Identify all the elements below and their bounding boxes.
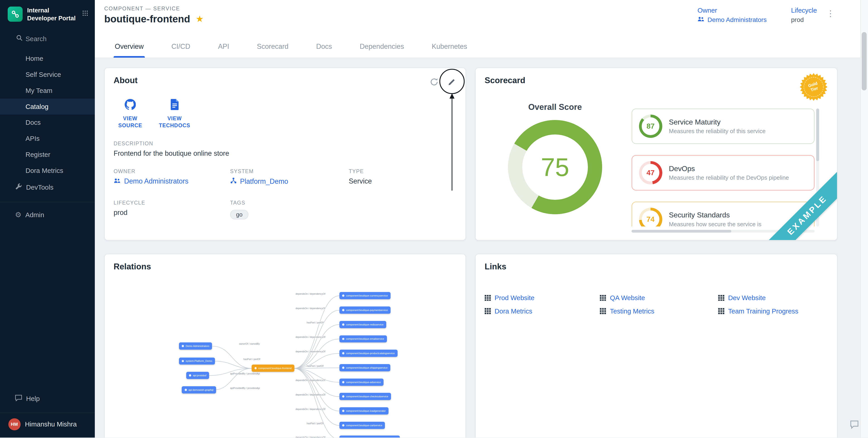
tab-ci-cd[interactable]: CI/CD bbox=[170, 42, 191, 58]
tab-kubernetes[interactable]: Kubernetes bbox=[431, 42, 468, 58]
lifecycle-label: Lifecycle bbox=[791, 6, 817, 14]
more-menu-icon[interactable]: ⋮ bbox=[826, 9, 835, 18]
help-icon bbox=[15, 395, 22, 403]
sidebar-item-help[interactable]: Help bbox=[0, 390, 95, 407]
system-field: SYSTEM Platform_Demo bbox=[230, 168, 349, 186]
sidebar-divider bbox=[0, 202, 95, 202]
links-grid: Prod WebsiteQA WebsiteDev WebsiteDora Me… bbox=[485, 294, 828, 315]
edit-icon[interactable] bbox=[446, 76, 458, 88]
techdocs-icon bbox=[170, 99, 180, 112]
tags-field: TAGS go bbox=[230, 200, 349, 220]
page-title: boutique-frontend bbox=[104, 13, 190, 25]
grid-icon bbox=[485, 295, 491, 301]
relations-title: Relations bbox=[114, 262, 151, 271]
about-fields: OWNER Demo Administrators SYSTEM Platfor… bbox=[114, 168, 372, 220]
link-qa-website[interactable]: QA Website bbox=[600, 294, 718, 302]
system-icon bbox=[230, 177, 237, 185]
sidebar-item-home[interactable]: Home bbox=[0, 50, 95, 67]
sidebar-item-devtools[interactable]: DevTools bbox=[0, 178, 95, 196]
sidebar-item-docs[interactable]: Docs bbox=[0, 114, 95, 131]
sidebar-item-admin[interactable]: ⚙ Admin bbox=[0, 207, 95, 223]
graph-node-component-boutique-redisservice[interactable]: component:boutique-redisservice bbox=[339, 321, 386, 328]
user-profile[interactable]: HM Himanshu Mishra bbox=[0, 413, 95, 438]
sidebar-item-self-service[interactable]: Self Service bbox=[0, 67, 95, 83]
sidebar-item-apis[interactable]: APIs bbox=[0, 131, 95, 147]
graph-node-component-boutique-adservice[interactable]: component:boutique-adservice bbox=[339, 378, 384, 386]
system-value-link[interactable]: Platform_Demo bbox=[230, 177, 349, 185]
page-scrollbar[interactable] bbox=[860, 0, 868, 438]
graph-node-component-boutique-cartservice[interactable]: component:boutique-cartservice bbox=[339, 422, 385, 429]
logo-glyph bbox=[11, 10, 20, 19]
svg-text:dependsOn / dependencyOf: dependsOn / dependencyOf bbox=[296, 336, 326, 338]
graph-node-component-boutique-loadgenerator[interactable]: component:boutique-loadgenerator bbox=[339, 407, 389, 414]
lifecycle-field: LIFECYCLE prod bbox=[114, 200, 230, 220]
graph-node-component-boutique-checkoutservice[interactable]: component:boutique-checkoutservice bbox=[339, 393, 391, 400]
graph-node-component-boutique-currencyservice[interactable]: component:boutique-currencyservice bbox=[339, 292, 391, 299]
score-name: Security Standards bbox=[669, 211, 762, 219]
scorecard-list: 87Service MaturityMeasures the reliabili… bbox=[631, 108, 815, 227]
svg-text:hasPart / partOf: hasPart / partOf bbox=[244, 358, 260, 361]
sidebar-search[interactable]: Search bbox=[0, 30, 95, 47]
tag-chip[interactable]: go bbox=[230, 210, 249, 220]
score-description: Measures how secure the service is bbox=[669, 221, 762, 227]
description-label: DESCRIPTION bbox=[114, 141, 229, 147]
sidebar-item-register[interactable]: Register bbox=[0, 147, 95, 163]
app-root: Internal Developer Portal Search HomeSel… bbox=[0, 0, 868, 438]
tab-overview[interactable]: Overview bbox=[114, 42, 145, 58]
breadcrumb: COMPONENT — SERVICE bbox=[104, 6, 180, 12]
app-title: Internal Developer Portal bbox=[27, 6, 78, 22]
score-gauge: 74 bbox=[639, 208, 662, 227]
owner-value-link[interactable]: Demo Administrators bbox=[114, 177, 230, 185]
graph-node-component-boutique-shippingservice[interactable]: component:boutique-shippingservice bbox=[339, 364, 390, 371]
graph-node-demo-administrators[interactable]: Demo Administrators bbox=[179, 342, 212, 350]
refresh-icon[interactable] bbox=[429, 76, 440, 88]
owner-meta: Owner Demo Administrators bbox=[698, 6, 767, 23]
sidebar-item-catalog[interactable]: Catalog bbox=[0, 99, 95, 114]
tab-dependencies[interactable]: Dependencies bbox=[359, 42, 405, 58]
score-name: Service Maturity bbox=[669, 118, 766, 126]
link-team-training-progress[interactable]: Team Training Progress bbox=[718, 307, 828, 315]
group-icon bbox=[114, 177, 121, 185]
view-techdocs-button[interactable]: VIEW TECHDOCS bbox=[157, 99, 192, 129]
view-source-button[interactable]: VIEW SOURCE bbox=[113, 99, 148, 129]
grid-icon bbox=[600, 295, 606, 301]
chat-icon[interactable] bbox=[850, 420, 859, 431]
search-icon bbox=[16, 35, 23, 43]
graph-node-component-boutique-paymentservice[interactable]: component:boutique-paymentservice bbox=[339, 306, 391, 314]
svg-text:dependsOn / dependencyOf: dependsOn / dependencyOf bbox=[296, 292, 326, 295]
tab-scorecard[interactable]: Scorecard bbox=[256, 42, 289, 58]
graph-node-system-platform-demo[interactable]: system:Platform_Demo bbox=[179, 358, 215, 365]
graph-node-component-boutique-emailservice[interactable]: component:boutique-emailservice bbox=[339, 335, 387, 343]
link-dora-metrics[interactable]: Dora Metrics bbox=[485, 307, 600, 315]
score-item-devops[interactable]: 47DevOpsMeasures the reliability of the … bbox=[631, 155, 815, 191]
link-dev-website[interactable]: Dev Website bbox=[718, 294, 828, 302]
tab-api[interactable]: API bbox=[217, 42, 230, 58]
page-scrollbar-thumb[interactable] bbox=[862, 32, 867, 90]
favorite-star-icon[interactable]: ★ bbox=[196, 14, 204, 23]
sidebar-item-my-team[interactable]: My Team bbox=[0, 83, 95, 99]
graph-node-api-demowish-graphql[interactable]: api:demowish-graphql bbox=[182, 386, 216, 394]
link-prod-website[interactable]: Prod Website bbox=[485, 294, 600, 302]
description-value: Frontend for the boutique online store bbox=[114, 149, 229, 157]
app-logo[interactable] bbox=[8, 6, 23, 22]
search-label: Search bbox=[26, 35, 46, 43]
about-actions: VIEW SOURCE VIEW TECHDOCS bbox=[113, 99, 192, 129]
grid-icon bbox=[485, 308, 491, 314]
link-testing-metrics[interactable]: Testing Metrics bbox=[600, 307, 718, 315]
graph-node-api-protobuf[interactable]: api:protobuf bbox=[186, 372, 209, 379]
graph-node-component-boutique-productcatalogservice[interactable]: component:boutique-productcatalogservice bbox=[339, 350, 398, 357]
apps-grid-icon[interactable] bbox=[82, 8, 88, 18]
svg-text:hasPart / partOf: hasPart / partOf bbox=[307, 422, 323, 425]
grid-icon bbox=[600, 308, 606, 314]
owner-link[interactable]: Demo Administrators bbox=[698, 16, 767, 24]
graph-node-component-boutique-frontend[interactable]: component:boutique-frontend bbox=[252, 365, 294, 372]
score-item-service-maturity[interactable]: 87Service MaturityMeasures the reliabili… bbox=[631, 108, 815, 144]
grid-icon bbox=[718, 295, 724, 301]
svg-text:apiProvidedBy / providesApi: apiProvidedBy / providesApi bbox=[230, 372, 260, 375]
tab-docs[interactable]: Docs bbox=[315, 42, 333, 58]
owner-field: OWNER Demo Administrators bbox=[114, 168, 230, 186]
sidebar: Internal Developer Portal Search HomeSel… bbox=[0, 0, 95, 438]
svg-text:ownerOf / ownedBy: ownerOf / ownedBy bbox=[239, 342, 260, 345]
sidebar-item-dora-metrics[interactable]: Dora Metrics bbox=[0, 163, 95, 178]
graph-node-component-boutique-recommendationservice[interactable]: component:boutique-recommendationservice bbox=[339, 436, 400, 438]
